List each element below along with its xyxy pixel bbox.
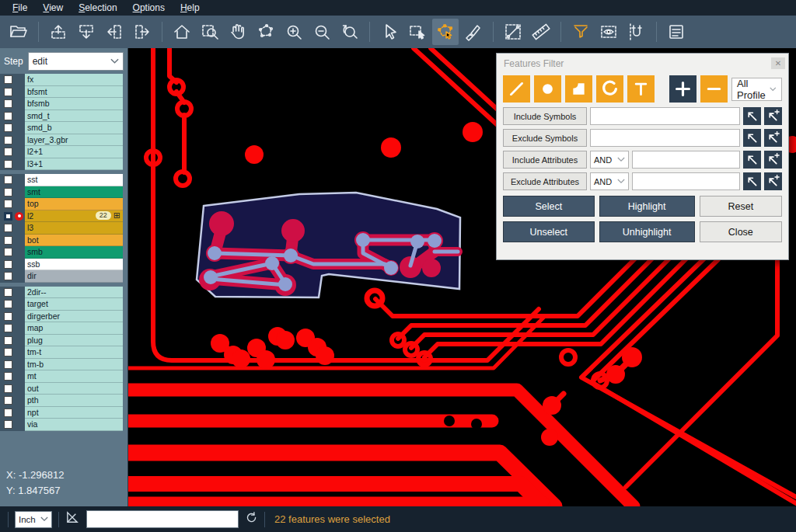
select-cursor-icon[interactable] (376, 19, 403, 45)
layer-checkbox-top[interactable] (4, 200, 12, 208)
layer-checkbox-tm-t[interactable] (4, 348, 12, 356)
exclude-symbols-button[interactable]: Exclude Symbols (503, 129, 587, 147)
view-options-icon[interactable] (595, 19, 622, 45)
exclude-attributes-input[interactable] (632, 172, 740, 190)
layer-checkbox-bfsmb[interactable] (4, 99, 12, 108)
home-icon[interactable] (169, 19, 195, 45)
measure-line-icon[interactable] (500, 19, 526, 45)
layer-name-target[interactable]: target (25, 298, 123, 311)
pan-down-icon[interactable] (73, 19, 100, 45)
layer-name-sst[interactable]: sst (25, 174, 123, 186)
pan-left-icon[interactable] (101, 19, 127, 45)
grid-icon[interactable]: ⊞ (113, 211, 120, 220)
pan-right-icon[interactable] (129, 19, 155, 45)
layer-name-tm-b[interactable]: tm-b (25, 359, 123, 371)
exclude-attributes-logic-select[interactable]: AND (590, 172, 629, 190)
step-select[interactable]: edit (28, 52, 124, 71)
zoom-previous-icon[interactable] (337, 19, 363, 45)
layer-checkbox-2dir--[interactable] (4, 288, 12, 297)
reset-button[interactable]: Reset (700, 196, 782, 217)
feature-type-pad-button[interactable] (534, 75, 561, 103)
layer-checkbox-via[interactable] (4, 420, 12, 429)
layer-name-plug[interactable]: plug (25, 335, 123, 347)
pan-hand-icon[interactable] (225, 19, 251, 45)
layer-checkbox-target[interactable] (4, 300, 12, 308)
layer-name-bfsmt[interactable]: bfsmt (25, 86, 123, 99)
include-symbols-input[interactable] (590, 107, 740, 125)
layer-name-map[interactable]: map (25, 322, 123, 335)
polarity-positive-button[interactable] (669, 75, 696, 103)
select-polygon-icon[interactable] (432, 19, 459, 45)
feature-type-line-button[interactable] (503, 75, 530, 103)
layer-name-smb[interactable]: smb (25, 246, 123, 259)
feature-type-text-button[interactable] (627, 75, 655, 103)
layer-name-smt[interactable]: smt (25, 186, 123, 199)
layer-checkbox-out[interactable] (4, 384, 12, 393)
layer-checkbox-l3+1[interactable] (4, 160, 12, 169)
layer-name-smd_b[interactable]: smd_b (25, 122, 123, 134)
open-folder-icon[interactable] (5, 19, 32, 45)
profile-select[interactable]: All Profile (731, 78, 782, 101)
exclude-symbols-pick-add-icon[interactable] (764, 129, 782, 147)
highlight-button[interactable]: Highlight (599, 196, 695, 217)
layer-name-pth[interactable]: pth (25, 395, 123, 407)
exclude-symbols-pick-icon[interactable] (743, 129, 761, 147)
layer-name-fx[interactable]: fx (25, 74, 123, 86)
menu-file[interactable]: File (5, 0, 35, 16)
layer-checkbox-mt[interactable] (4, 372, 12, 381)
polarity-negative-button[interactable] (700, 75, 728, 103)
layer-checkbox-smt[interactable] (4, 188, 12, 196)
ruler-icon[interactable] (528, 19, 554, 45)
layer-name-bot[interactable]: bot (25, 235, 123, 247)
layer-checkbox-plug[interactable] (4, 336, 12, 345)
dialog-title-bar[interactable]: Features Filter ✕ (497, 54, 788, 73)
snap-magnet-icon[interactable] (623, 19, 650, 45)
layer-name-via[interactable]: via (25, 419, 123, 431)
zoom-polygon-icon[interactable] (253, 19, 279, 45)
layer-checkbox-smd_t[interactable] (4, 112, 12, 120)
include-attributes-pick-icon[interactable] (743, 151, 761, 169)
layer-name-top[interactable]: top (25, 198, 123, 210)
feature-type-arc-button[interactable] (596, 75, 623, 103)
unhighlight-button[interactable]: Unhighlight (599, 221, 695, 242)
layer-name-mt[interactable]: mt (25, 370, 123, 383)
include-symbols-button[interactable]: Include Symbols (503, 107, 587, 125)
layer-name-dir[interactable]: dir (25, 270, 123, 283)
clean-brush-icon[interactable] (460, 19, 487, 45)
layer-checkbox-dirgerber[interactable] (4, 312, 12, 321)
close-button[interactable]: Close (700, 221, 782, 242)
include-attributes-input[interactable] (632, 151, 740, 169)
exclude-attributes-pick-icon[interactable] (743, 172, 761, 190)
zoom-out-icon[interactable] (309, 19, 335, 45)
features-filter-icon[interactable] (567, 19, 594, 45)
layer-checkbox-tm-b[interactable] (4, 360, 12, 369)
include-symbols-pick-add-icon[interactable] (764, 107, 782, 125)
layer-name-tm-t[interactable]: tm-t (25, 346, 123, 359)
zoom-in-icon[interactable] (281, 19, 307, 45)
layer-name-out[interactable]: out (25, 383, 123, 395)
layer-checkbox-l3[interactable] (4, 224, 12, 232)
layer-name-npt[interactable]: npt (25, 407, 123, 419)
menu-selection[interactable]: Selection (71, 0, 124, 16)
layer-checkbox-smd_b[interactable] (4, 123, 12, 132)
layer-checkbox-l2[interactable] (4, 212, 12, 221)
menu-view[interactable]: View (35, 0, 71, 16)
zoom-area-icon[interactable] (197, 19, 223, 45)
select-rectangle-icon[interactable] (404, 19, 431, 45)
include-symbols-pick-icon[interactable] (743, 107, 761, 125)
layer-checkbox-bot[interactable] (4, 236, 12, 245)
menu-options[interactable]: Options (125, 0, 173, 16)
layer-checkbox-ssb[interactable] (4, 260, 12, 269)
layer-name-dirgerber[interactable]: dirgerber (25, 311, 123, 323)
refresh-icon[interactable] (245, 511, 258, 527)
layer-checkbox-pth[interactable] (4, 396, 12, 405)
layer-name-l2+1[interactable]: l2+1 (25, 146, 123, 158)
report-icon[interactable] (663, 19, 690, 45)
layer-checkbox-bfsmt[interactable] (4, 88, 12, 96)
layer-checkbox-sst[interactable] (4, 176, 12, 184)
layer-name-smd_t[interactable]: smd_t (25, 110, 123, 123)
include-attributes-button[interactable]: Include Attributes (503, 151, 587, 169)
select-button[interactable]: Select (503, 196, 595, 217)
command-input[interactable] (86, 510, 239, 528)
layer-name-2dir--[interactable]: 2dir-- (25, 287, 123, 299)
